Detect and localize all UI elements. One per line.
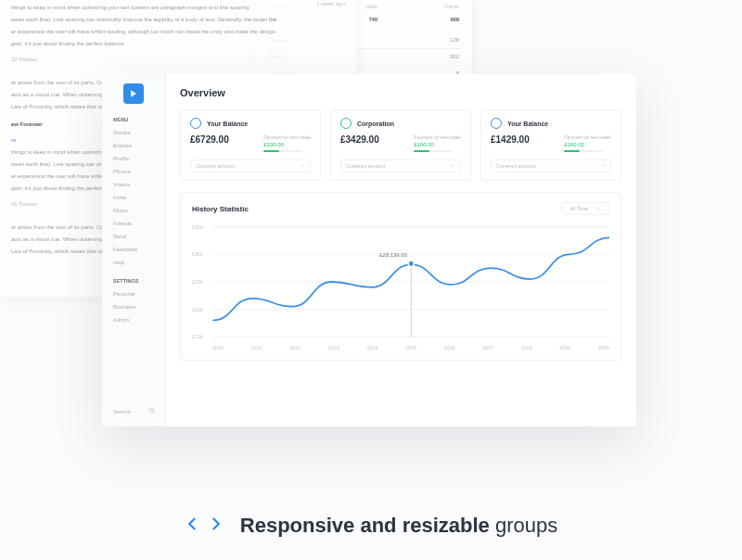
select-label: Currency amount [196, 163, 235, 169]
x-tick: 2024 [366, 345, 377, 350]
carousel-nav [185, 515, 224, 536]
chevron-down-icon [600, 163, 606, 169]
y-tick: £30k [192, 251, 203, 257]
svg-line-1 [153, 412, 155, 414]
currency-select[interactable]: Currency amount [190, 159, 311, 172]
search-input[interactable]: Search [113, 407, 156, 415]
y-tick: £25k [192, 279, 203, 285]
chevron-down-icon [300, 163, 305, 169]
play-icon [129, 89, 138, 98]
x-tick: 2021 [251, 345, 262, 350]
sidebar-item[interactable]: Admin [102, 313, 165, 326]
chart-tooltip: £28,139.00 [379, 252, 407, 258]
progress-bar [263, 150, 302, 152]
card-subvalue: £100.00 [414, 142, 461, 147]
search-icon [148, 407, 156, 415]
sidebar-item[interactable]: Business [102, 300, 165, 313]
currency-select[interactable]: Currency amount [491, 159, 611, 172]
x-tick: 2028 [521, 345, 532, 350]
chart-title: History Statistic [192, 205, 249, 213]
chevron-down-icon [595, 206, 601, 211]
sidebar: MENU Stories Explore Profile Photos Vide… [102, 74, 166, 426]
menu-section-label: MENU [102, 113, 165, 126]
balance-card: Your Balance £1429.00 Payment for next w… [480, 109, 621, 181]
x-tick: 2025 [405, 345, 416, 350]
progress-bar [564, 150, 603, 152]
card-subvalue: £330.00 [263, 142, 311, 147]
card-amount: £6729.00 [190, 134, 229, 145]
select-label: Currency amount [346, 163, 385, 169]
x-tick: 2022 [289, 345, 301, 350]
x-tick: 2026 [443, 345, 454, 350]
card-sublabel: Payment for next week [414, 134, 461, 140]
page-title: Overview [180, 87, 621, 98]
balance-card: Your Balance £6729.00 Payment for next w… [180, 109, 321, 181]
settings-section-label: SETTINGS [102, 274, 165, 287]
sidebar-item[interactable]: Help [102, 256, 165, 269]
card-amount: £3429.00 [340, 134, 379, 145]
card-title: Your Balance [507, 121, 548, 127]
caption-rest: groups [490, 514, 557, 537]
sidebar-item[interactable]: Send [102, 230, 165, 243]
x-tick: 2023 [328, 345, 339, 350]
card-subvalue: £100.00 [564, 142, 611, 147]
currency-select[interactable]: Currency amount [340, 159, 461, 172]
slide-caption: Responsive and resizable groups [0, 514, 742, 538]
card-sublabel: Payment for next week [564, 134, 611, 140]
x-tick: 2030 [598, 345, 609, 350]
balance-card: Corporation £3429.00 Payment for next we… [330, 109, 471, 181]
app-logo[interactable] [123, 83, 144, 104]
y-tick: £35k [192, 224, 203, 230]
x-tick: 2029 [559, 345, 570, 350]
prev-button[interactable] [185, 515, 201, 536]
balance-icon [190, 118, 201, 129]
card-title: Your Balance [207, 121, 248, 127]
chart-area: £35k £30k £25k £20k £15k £28,139.00 [192, 221, 609, 343]
y-tick: £15k [192, 334, 203, 339]
x-tick: 2020 [212, 345, 224, 350]
chevron-down-icon [450, 163, 455, 169]
caption-bold: Responsive and resizable [240, 514, 490, 537]
x-axis: 2020 2021 2022 2023 2024 2025 2026 2027 … [212, 345, 609, 350]
sidebar-item[interactable]: Invite [102, 191, 165, 204]
sidebar-item[interactable]: Personal [102, 287, 165, 300]
select-label: Currency amount [496, 163, 535, 169]
sidebar-item[interactable]: Profile [102, 152, 165, 165]
card-title: Corporation [357, 121, 394, 127]
history-chart-card: History Statistic All Time £35k £30k £25… [180, 192, 621, 361]
sidebar-item[interactable]: Explore [102, 139, 165, 152]
balance-cards-row: Your Balance £6729.00 Payment for next w… [180, 109, 621, 181]
balance-icon [491, 118, 502, 129]
next-button[interactable] [207, 515, 224, 536]
search-label: Search [113, 409, 131, 414]
chart-highlight-dot [408, 261, 414, 267]
sidebar-item[interactable]: Friends [102, 217, 165, 230]
line-chart-svg [192, 221, 609, 343]
caption-text: Responsive and resizable groups [240, 514, 557, 538]
x-tick: 2027 [482, 345, 493, 350]
main-content: Overview Your Balance £6729.00 Payment f… [165, 74, 636, 426]
sidebar-item[interactable]: Music [102, 204, 165, 217]
sidebar-menu: MENU Stories Explore Profile Photos Vide… [102, 113, 165, 326]
sidebar-item[interactable]: Videos [102, 178, 165, 191]
sidebar-item[interactable]: Photos [102, 165, 165, 178]
card-amount: £1429.00 [491, 134, 530, 145]
balance-icon [340, 118, 352, 129]
y-tick: £20k [192, 307, 203, 312]
card-sublabel: Payment for next week [263, 134, 311, 140]
sidebar-item[interactable]: Feedback [102, 243, 165, 256]
sidebar-item[interactable]: Stories [102, 126, 165, 139]
dashboard-window: MENU Stories Explore Profile Photos Vide… [102, 74, 636, 426]
progress-bar [414, 150, 453, 152]
filter-label: All Time [569, 206, 588, 211]
chart-filter-select[interactable]: All Time [561, 202, 609, 215]
svg-point-0 [149, 408, 153, 412]
